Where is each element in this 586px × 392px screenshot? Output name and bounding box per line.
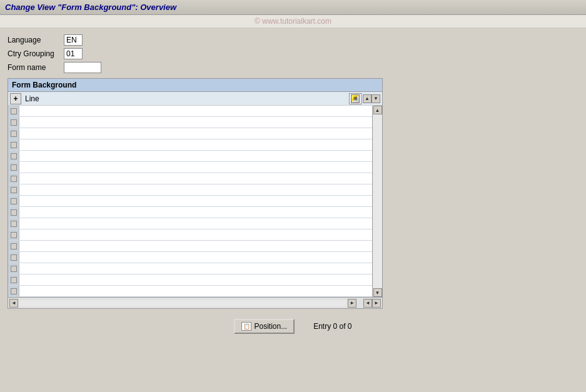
row-checkbox[interactable]	[11, 187, 17, 193]
horizontal-scrollbar[interactable]: ◄ ► ◄ ►	[8, 297, 382, 308]
ctry-grouping-input[interactable]	[64, 48, 83, 59]
row-selector[interactable]	[8, 128, 19, 139]
table-row	[8, 252, 372, 263]
row-checkbox[interactable]	[11, 119, 17, 126]
row-selector[interactable]	[8, 286, 19, 296]
table-row	[8, 263, 372, 274]
table-row	[8, 229, 372, 241]
table-row	[8, 139, 372, 151]
row-checkbox[interactable]	[11, 243, 17, 249]
row-selector[interactable]	[8, 162, 19, 173]
row-selector[interactable]	[8, 229, 19, 240]
table-row	[8, 218, 372, 229]
scroll-right2-btn[interactable]: ◄	[363, 299, 372, 308]
row-line-cell	[19, 106, 372, 116]
watermark-bar: © www.tutorialkart.com	[0, 15, 586, 28]
row-selector[interactable]	[8, 139, 19, 150]
ctry-grouping-label: Ctry Grouping	[8, 49, 64, 58]
entry-info: Entry 0 of 0	[313, 322, 351, 331]
table-controls-row: + Line ⊞ ▲ ▼	[8, 92, 382, 106]
row-checkbox[interactable]	[11, 164, 17, 171]
row-checkbox[interactable]	[11, 209, 17, 216]
language-label: Language	[8, 36, 64, 44]
scroll-right-btn[interactable]: ►	[348, 299, 356, 308]
form-name-input[interactable]	[64, 62, 101, 73]
scroll-track	[373, 114, 382, 288]
row-line-cell	[19, 196, 372, 206]
table-row	[8, 196, 372, 207]
language-input[interactable]	[64, 34, 83, 46]
row-checkbox[interactable]	[11, 153, 17, 159]
table-row	[8, 128, 372, 139]
table-row	[8, 241, 372, 252]
row-line-cell	[19, 263, 372, 274]
table-row	[8, 274, 372, 286]
row-checkbox[interactable]	[11, 198, 17, 204]
scroll-right3-btn[interactable]: ►	[372, 299, 381, 308]
footer-area: 📋 Position... Entry 0 of 0	[8, 319, 578, 334]
position-icon: 📋	[241, 322, 251, 331]
form-background-table: Form Background + Line ⊞ ▲ ▼	[8, 78, 383, 309]
row-checkbox[interactable]	[11, 277, 17, 283]
scroll-up-arrow[interactable]: ▲	[363, 94, 371, 103]
title-bar: Change View "Form Background": Overview	[0, 0, 586, 15]
row-selector[interactable]	[8, 151, 19, 161]
add-row-button[interactable]: +	[10, 93, 21, 104]
scroll-left-btn[interactable]: ◄	[9, 299, 18, 308]
table-row	[8, 184, 372, 196]
row-selector[interactable]	[8, 117, 19, 128]
table-row	[8, 151, 372, 162]
table-row	[8, 106, 372, 117]
row-selector[interactable]	[8, 184, 19, 195]
row-selector[interactable]	[8, 241, 19, 251]
row-selector[interactable]	[8, 274, 19, 285]
row-line-cell	[19, 252, 372, 263]
column-config-button[interactable]: ⊞	[349, 93, 361, 104]
row-checkbox[interactable]	[11, 142, 17, 148]
row-checkbox[interactable]	[11, 176, 17, 182]
line-column-header: Line	[24, 94, 349, 103]
table-header: Form Background	[8, 79, 382, 92]
row-checkbox[interactable]	[11, 254, 17, 261]
scroll-h-track	[19, 300, 346, 306]
row-line-cell	[19, 286, 372, 296]
table-row	[8, 117, 372, 128]
row-line-cell	[19, 151, 372, 161]
form-name-label: Form name	[8, 63, 64, 72]
row-line-cell	[19, 139, 372, 150]
row-checkbox[interactable]	[11, 108, 17, 114]
row-selector[interactable]	[8, 252, 19, 263]
row-checkbox[interactable]	[11, 266, 17, 272]
row-line-cell	[19, 229, 372, 240]
row-line-cell	[19, 218, 372, 229]
row-line-cell	[19, 274, 372, 285]
row-line-cell	[19, 207, 372, 218]
row-checkbox[interactable]	[11, 288, 17, 294]
row-selector[interactable]	[8, 218, 19, 229]
row-line-cell	[19, 241, 372, 251]
row-selector[interactable]	[8, 207, 19, 218]
row-line-cell	[19, 117, 372, 128]
row-line-cell	[19, 128, 372, 139]
table-row	[8, 207, 372, 218]
column-config-icon: ⊞	[351, 94, 360, 103]
row-line-cell	[19, 173, 372, 184]
row-selector[interactable]	[8, 173, 19, 184]
row-selector[interactable]	[8, 106, 19, 116]
row-line-cell	[19, 184, 372, 195]
position-button[interactable]: 📋 Position...	[234, 319, 295, 334]
row-line-cell	[19, 162, 372, 173]
row-checkbox[interactable]	[11, 221, 17, 227]
row-selector[interactable]	[8, 263, 19, 274]
row-checkbox[interactable]	[11, 232, 17, 238]
scroll-up-btn[interactable]: ▲	[373, 106, 382, 114]
vertical-scrollbar[interactable]: ▲ ▼	[372, 106, 382, 297]
table-row	[8, 162, 372, 173]
scroll-down-arrow[interactable]: ▼	[371, 94, 380, 103]
scroll-down-btn[interactable]: ▼	[373, 288, 382, 297]
row-checkbox[interactable]	[11, 131, 17, 137]
table-row	[8, 173, 372, 184]
row-selector[interactable]	[8, 196, 19, 206]
table-row	[8, 286, 372, 297]
